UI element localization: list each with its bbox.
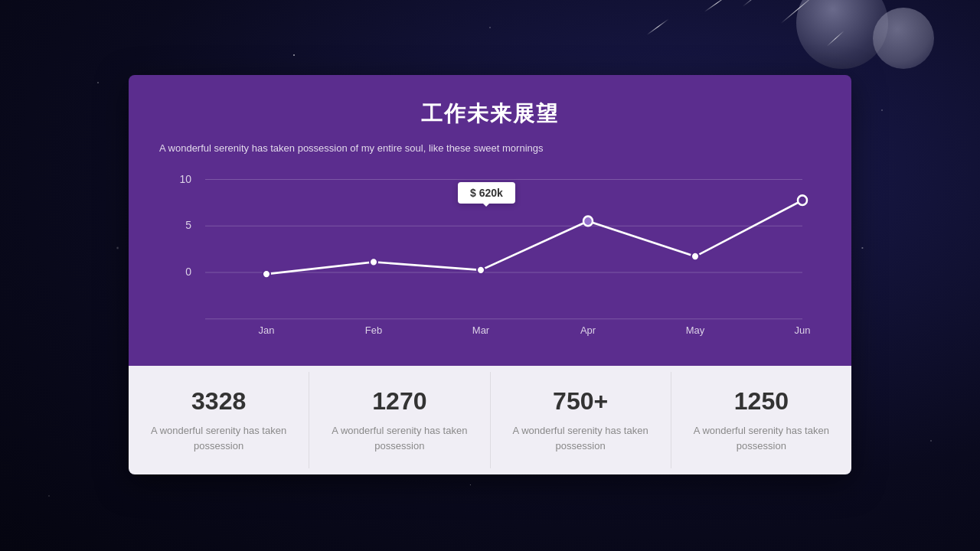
y-label-10: 10 [179, 172, 191, 184]
point-mar [477, 266, 485, 273]
stat-item-3: 750+ A wonderful serenity has taken poss… [491, 372, 671, 468]
card-title: 工作未来展望 [159, 99, 821, 129]
stat-desc-3: A wonderful serenity has taken possessio… [498, 423, 663, 453]
chart-tooltip: $ 620k [458, 182, 515, 204]
point-may [691, 252, 699, 259]
stat-item-1: 3328 A wonderful serenity has taken poss… [129, 372, 309, 468]
point-apr [583, 216, 593, 226]
card-top: 工作未来展望 A wonderful serenity has taken po… [129, 75, 851, 366]
stat-number-3: 750+ [498, 387, 663, 416]
meteor-4 [743, 0, 773, 7]
card-bottom: 3328 A wonderful serenity has taken poss… [129, 366, 851, 474]
stat-item-4: 1250 A wonderful serenity has taken poss… [671, 372, 851, 468]
chart-container: 10 5 0 Jan Feb Mar Apr May Jun [159, 171, 821, 340]
x-label-apr: Apr [580, 324, 596, 335]
stat-desc-4: A wonderful serenity has taken possessio… [679, 423, 844, 453]
stat-item-2: 1270 A wonderful serenity has taken poss… [309, 372, 490, 468]
y-label-5: 5 [185, 219, 191, 231]
x-label-may: May [686, 324, 705, 335]
point-feb [370, 258, 377, 266]
meteor-2 [704, 0, 730, 12]
x-label-mar: Mar [472, 324, 490, 335]
planet-small [873, 8, 934, 69]
y-label-0: 0 [185, 265, 191, 277]
x-label-jan: Jan [259, 324, 275, 335]
chart-line [266, 200, 802, 273]
point-jan [263, 269, 270, 277]
card-description: A wonderful serenity has taken possessio… [159, 141, 821, 156]
meteor-5 [647, 19, 669, 35]
x-label-feb: Feb [365, 324, 382, 335]
stat-number-4: 1250 [679, 387, 844, 416]
x-label-jun: Jun [795, 324, 811, 335]
stat-desc-1: A wonderful serenity has taken possessio… [136, 423, 301, 453]
point-jun [798, 195, 807, 205]
stat-number-2: 1270 [317, 387, 482, 416]
stat-desc-2: A wonderful serenity has taken possessio… [317, 423, 482, 453]
stat-number-1: 3328 [136, 387, 301, 416]
main-card: 工作未来展望 A wonderful serenity has taken po… [129, 75, 851, 474]
